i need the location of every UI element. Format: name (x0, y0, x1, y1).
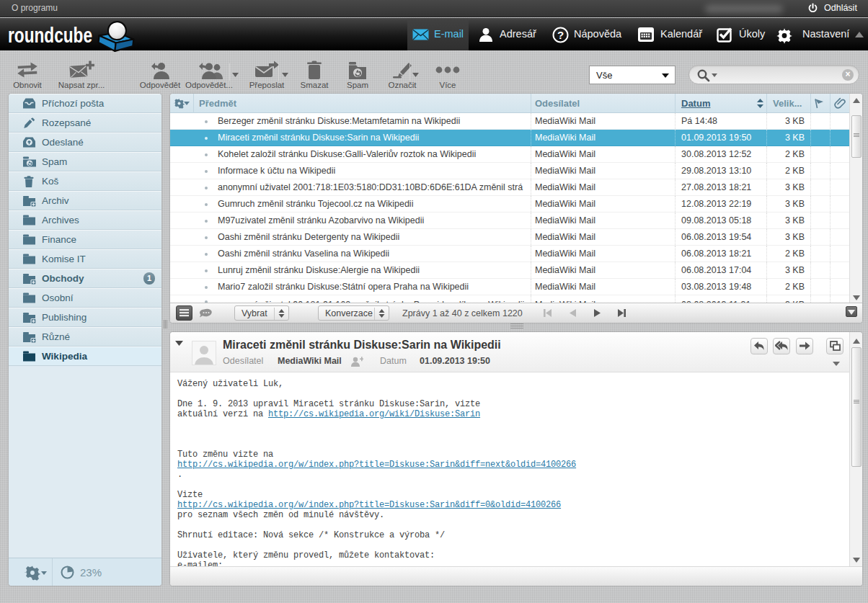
svg-text:?: ? (557, 29, 564, 41)
svg-text:roundcube: roundcube (9, 24, 92, 47)
